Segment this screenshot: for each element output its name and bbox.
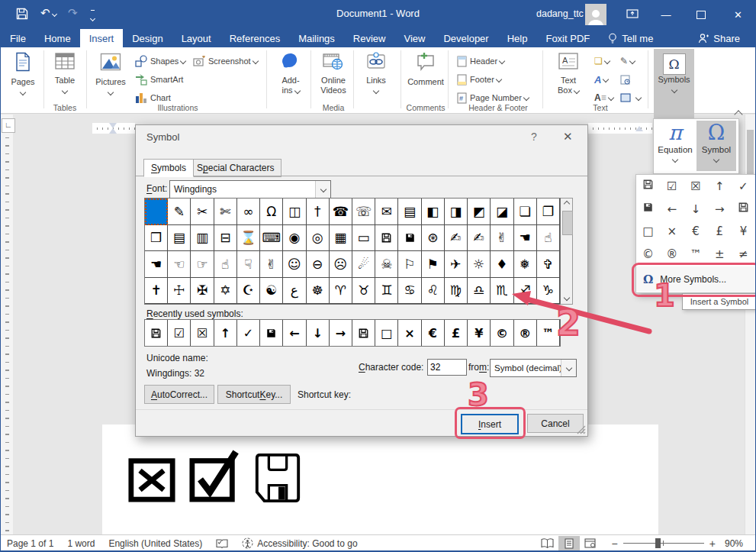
gallery-symbol-cell[interactable]: ¥ [740, 224, 748, 238]
symbol-cell[interactable]: ♉ [352, 278, 375, 305]
symbol-cell[interactable]: ♏ [491, 278, 513, 305]
symbol-cell[interactable]: ⊟ [214, 225, 237, 252]
ribbon-display-options-icon[interactable] [626, 8, 639, 22]
user-name[interactable]: dadang_ttc [536, 8, 584, 19]
symbol-cell[interactable]: ⊛ [422, 225, 445, 252]
recent-symbol-cell[interactable]: ¥ [468, 320, 491, 346]
symbol-cell[interactable]: ▦ [330, 225, 352, 252]
symbol-cell[interactable]: ✂ [191, 199, 214, 225]
symbol-cell[interactable]: ☏ [352, 199, 375, 225]
font-combobox[interactable]: Wingdings [169, 180, 331, 199]
date-time-button[interactable] [620, 72, 633, 87]
symbol-cell[interactable]: ▤ [168, 225, 191, 252]
undo-icon[interactable]: ↶ [40, 6, 56, 20]
recent-symbol-cell[interactable]: ↓ [307, 320, 330, 346]
from-dropdown-arrow-icon[interactable] [561, 360, 576, 376]
accessibility-status[interactable]: Accessibility: Good to go [242, 537, 357, 549]
recent-symbol-cell[interactable]: © [491, 320, 513, 346]
recent-symbol-cell[interactable]: □ [375, 320, 398, 346]
symbol-cell[interactable]: ⌨ [260, 225, 283, 252]
symbol-cell[interactable]: ◨ [445, 199, 468, 225]
tab-references[interactable]: References [220, 29, 289, 47]
tab-mailings[interactable]: Mailings [289, 29, 344, 47]
symbol-button[interactable]: Ω Symbol [696, 121, 736, 171]
symbol-cell[interactable]: ☸ [307, 278, 330, 305]
symbol-cell[interactable]: ✝ [145, 278, 168, 305]
autocorrect-button[interactable]: AutoCorrect... [144, 385, 214, 404]
right-indent-marker[interactable] [635, 126, 643, 131]
symbol-cell[interactable] [398, 225, 421, 252]
symbol-cell[interactable]: ☄ [352, 251, 375, 278]
grid-scroll-down-icon[interactable] [561, 292, 572, 303]
online-videos-button[interactable]: Online Videos [314, 50, 353, 95]
symbol-cell[interactable]: ☼ [468, 251, 491, 278]
symbol-cell[interactable]: ♦ [491, 251, 513, 278]
recent-symbol-cell[interactable] [145, 320, 168, 346]
gallery-symbol-cell[interactable]: € [692, 224, 700, 238]
zoom-slider-thumb[interactable] [655, 538, 661, 548]
shapes-button[interactable]: Shapes [135, 53, 185, 69]
equation-button[interactable]: π Equation [655, 121, 695, 171]
proofing-icon[interactable] [216, 538, 228, 549]
recent-symbol-cell[interactable]: × [398, 320, 421, 346]
font-dropdown-arrow-icon[interactable] [315, 181, 330, 198]
object-button[interactable] [620, 90, 641, 105]
recent-symbol-cell[interactable]: ← [283, 320, 306, 346]
first-line-indent-marker[interactable] [109, 123, 117, 128]
symbol-cell[interactable]: Ω [260, 199, 283, 225]
tab-symbols[interactable]: Symbols [143, 159, 194, 177]
save-icon[interactable] [16, 8, 28, 23]
pictures-button[interactable]: Pictures [91, 50, 130, 97]
symbol-cell[interactable]: ✄ [214, 199, 237, 225]
tab-insert[interactable]: Insert [80, 29, 124, 47]
zoom-slider[interactable] [623, 543, 704, 544]
signature-line-button[interactable]: ✎ [620, 53, 635, 69]
gallery-symbol-cell[interactable]: ☑ [667, 179, 677, 193]
symbol-cell[interactable]: ❐ [537, 199, 560, 225]
symbol-cell[interactable] [145, 199, 168, 225]
zoom-in-button[interactable]: + [709, 537, 716, 550]
language-indicator[interactable]: English (United States) [108, 538, 202, 549]
resize-grip[interactable] [577, 425, 586, 437]
symbol-cell[interactable]: ✈ [445, 251, 468, 278]
text-box-button[interactable]: A Text Box [549, 50, 588, 95]
symbol-cell[interactable]: ♑ [537, 278, 560, 305]
gallery-symbol-cell[interactable]: © [642, 247, 654, 261]
gallery-symbol-cell[interactable]: ↓ [691, 202, 701, 216]
symbol-cell[interactable]: ♍ [445, 278, 468, 305]
tab-help[interactable]: Help [498, 29, 537, 47]
symbol-cell[interactable]: ∞ [237, 199, 260, 225]
symbols-button[interactable]: Ω Symbols [654, 49, 694, 111]
symbol-cell[interactable]: ✠ [191, 278, 214, 305]
symbol-cell[interactable]: ◉ [283, 225, 306, 252]
gallery-symbol-cell[interactable]: ← [668, 202, 677, 216]
from-combobox[interactable]: Symbol (decimal) [490, 359, 577, 377]
tab-view[interactable]: View [394, 29, 434, 47]
symbol-cell[interactable]: ▤ [398, 199, 421, 225]
recent-symbol-cell[interactable]: ↑ [214, 320, 237, 346]
tab-foxit-pdf[interactable]: Foxit PDF [536, 29, 599, 47]
header-button[interactable]: Header [457, 53, 504, 69]
gallery-symbol-cell[interactable]: £ [716, 224, 723, 238]
symbol-cell[interactable]: ✍ [468, 225, 491, 252]
recent-symbol-cell[interactable]: ☒ [191, 320, 214, 346]
symbol-cell[interactable]: ☟ [237, 251, 260, 278]
symbol-cell[interactable]: ▥ [191, 225, 214, 252]
quick-parts-button[interactable]: ❏ [594, 53, 610, 69]
recent-symbol-cell[interactable] [352, 320, 375, 346]
symbol-cell[interactable]: ☎ [330, 199, 352, 225]
gallery-symbol-cell[interactable]: ☒ [690, 179, 700, 193]
recent-symbol-cell[interactable]: → [330, 320, 352, 346]
customize-qat-icon[interactable] [91, 10, 95, 25]
recent-symbol-cell[interactable] [260, 320, 283, 346]
insert-button[interactable]: Insert [461, 414, 519, 434]
symbol-cell[interactable]: ✉ [375, 199, 398, 225]
gallery-symbol-cell[interactable]: □ [643, 224, 654, 238]
gallery-symbol-cell[interactable] [738, 202, 749, 216]
symbol-cell[interactable]: ☝ [537, 225, 560, 252]
tab-developer[interactable]: Developer [434, 29, 497, 47]
gallery-symbol-cell[interactable] [642, 202, 654, 216]
recent-symbol-cell[interactable]: ✓ [237, 320, 260, 346]
character-code-input[interactable] [427, 359, 467, 376]
tab-layout[interactable]: Layout [172, 29, 220, 47]
